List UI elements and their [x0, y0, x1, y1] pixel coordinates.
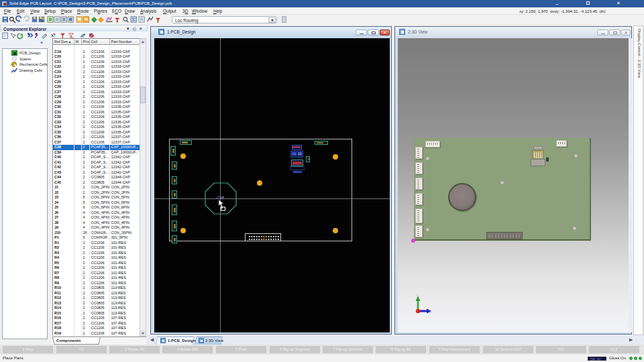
svg-text:X: X — [429, 310, 431, 314]
